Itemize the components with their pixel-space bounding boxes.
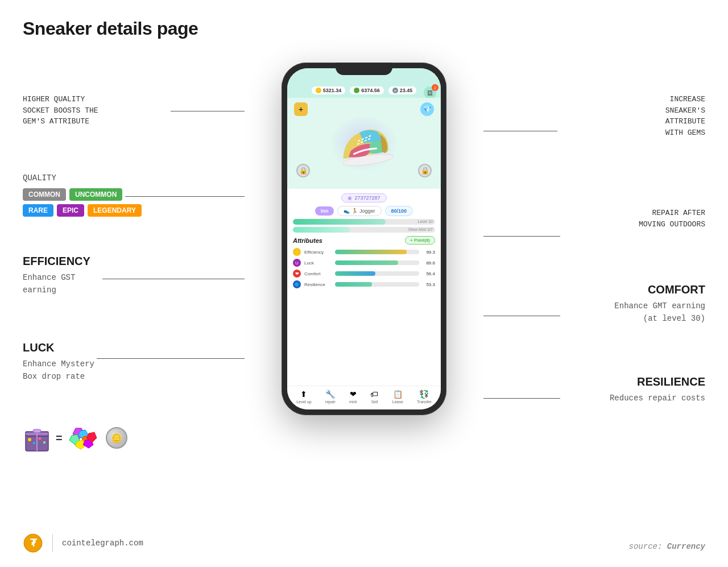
annotation-quality: QUALITY COMMON UNCOMMON RARE EPIC LEGEND… — [23, 173, 148, 217]
mystery-icons-row: = 🪙 — [23, 424, 127, 452]
efficiency-fill — [335, 250, 407, 254]
quality-badges-container: COMMON UNCOMMON RARE EPIC LEGENDARY — [23, 188, 148, 217]
nav-levelup[interactable]: ⬆ Level up — [296, 390, 311, 404]
repair-icon: 🔧 — [325, 390, 335, 399]
annotation-socket-boost: HIGHER QUALITYSOCKET BOOSTS THEGEM'S ATT… — [23, 94, 98, 127]
sneaker-image — [330, 117, 398, 171]
lease-label: Lease — [392, 400, 403, 404]
annotation-comfort: COMFORT Enhance GMT earning(at level 30) — [614, 283, 705, 325]
annotation-increase-attribute: INCREASESNEAKER'SATTRIBUTEWITH GEMS — [665, 94, 705, 138]
resilience-icon: 🔷 — [293, 280, 301, 288]
gems-cluster-icon — [67, 425, 101, 451]
ann-line-resilience — [483, 398, 560, 399]
svg-point-5 — [28, 438, 31, 441]
gem-socket-blue[interactable]: 💎 — [420, 102, 434, 116]
svg-point-8 — [43, 441, 46, 444]
currency-bnb: ≡ 23.45 — [388, 86, 417, 94]
level-label: Level 10 — [418, 219, 433, 225]
gmt-value: 6374.56 — [361, 88, 380, 93]
levelup-label: Level up — [296, 400, 311, 404]
notif-icon: 🖼 — [427, 90, 433, 96]
transfer-label: Transfer — [417, 400, 432, 404]
transfer-icon: 💱 — [419, 390, 429, 399]
type-button[interactable]: Inn — [315, 206, 334, 216]
attributes-title: Attributes — [293, 237, 322, 244]
jogger-button[interactable]: 👟 🏃 Jogger — [337, 206, 381, 216]
type-row: Inn 👟 🏃 Jogger 80/100 — [293, 206, 435, 216]
page-title: Sneaker details page — [23, 18, 198, 39]
gem-socket-yellow[interactable]: + — [294, 102, 308, 116]
points-badge[interactable]: + Point(8) — [405, 236, 435, 245]
notif-badge: 2 — [432, 84, 439, 91]
sell-label: Sell — [371, 400, 378, 404]
nav-lease[interactable]: 📋 Lease — [392, 390, 403, 404]
gst-dot: ⚡ — [316, 88, 321, 93]
currency-gst: ⚡ 5321.34 — [312, 86, 346, 94]
svg-rect-4 — [33, 429, 41, 433]
shoe-mint-bar: Shoe Mint 3/7 — [293, 227, 435, 233]
sell-icon: 🏷 — [370, 390, 378, 399]
phone-outer: ⚡ 5321.34 🌿 6374.56 ≡ 23.45 ‹ 🖼 2 — [282, 63, 446, 415]
sneaker-id-row: ◉ 273727287 — [293, 193, 435, 202]
currency-gmt: 🌿 6374.56 — [350, 86, 384, 94]
phone-info-section: ◉ 273727287 Inn 👟 🏃 Jogger 80/100 — [287, 189, 441, 386]
luck-bar — [335, 260, 419, 265]
resilience-name: Resilience — [304, 282, 332, 287]
annotation-resilience: RESILIENCE Reduces repair costs — [610, 375, 705, 404]
comfort-fill — [335, 271, 375, 276]
repair-label: repair — [325, 400, 336, 404]
coin-icon: 🪙 — [106, 427, 127, 449]
phone-inner: ⚡ 5321.34 🌿 6374.56 ≡ 23.45 ‹ 🖼 2 — [287, 68, 441, 409]
ann-line-socket — [171, 111, 245, 111]
luck-title: LUCK — [23, 341, 94, 354]
efficiency-bar — [335, 250, 419, 254]
shoe-mint-label: Shoe Mint 3/7 — [408, 227, 433, 233]
durability-display: 80/100 — [385, 206, 413, 216]
currency-bar: ⚡ 5321.34 🌿 6374.56 ≡ 23.45 — [287, 84, 441, 98]
attr-row-luck: U Luck 89.6 — [293, 259, 435, 267]
source-label: source: — [629, 542, 663, 551]
mint-label: mint — [349, 400, 357, 404]
footer-domain: cointelegraph.com — [62, 539, 143, 548]
ann-line-comfort — [483, 316, 560, 316]
ann-line-repair — [483, 236, 560, 237]
annotation-repair: REPAIR AFTERMOVING OUTDOORS — [639, 208, 705, 230]
nav-repair[interactable]: 🔧 repair — [325, 390, 336, 404]
badge-rare: RARE — [23, 204, 53, 217]
comfort-bar — [335, 271, 419, 276]
notification-button[interactable]: 🖼 2 — [424, 86, 436, 99]
jogger-label: 🏃 Jogger — [351, 208, 375, 214]
mystery-box-icon — [23, 424, 51, 452]
resilience-desc: Reduces repair costs — [610, 392, 705, 404]
efficiency-desc: Enhance GSTearning — [23, 271, 90, 297]
attributes-header: Attributes + Point(8) — [293, 236, 435, 245]
footer: ₮ cointelegraph.com — [23, 533, 143, 553]
sneaker-display: + 💎 🔒 🔒 — [287, 98, 441, 189]
badge-common: COMMON — [23, 188, 66, 201]
nav-sell[interactable]: 🏷 Sell — [370, 390, 378, 404]
mint-icon: ❤ — [350, 390, 357, 399]
efficiency-name: Efficiency — [304, 250, 332, 255]
source-name: Currency — [667, 542, 705, 551]
badge-epic: EPIC — [57, 204, 84, 217]
nav-mint[interactable]: ❤ mint — [349, 390, 357, 404]
ann-line-quality — [125, 196, 245, 197]
svg-point-7 — [39, 437, 42, 440]
gmt-dot: 🌿 — [354, 88, 359, 93]
quality-label: QUALITY — [23, 173, 148, 183]
badge-legendary: LEGENDARY — [88, 204, 142, 217]
gem-socket-lock-left[interactable]: 🔒 — [296, 164, 310, 177]
efficiency-value: 99.3 — [423, 250, 435, 255]
resilience-value: 53.3 — [423, 282, 435, 287]
luck-desc: Enhance MysteryBox drop rate — [23, 358, 94, 383]
efficiency-title: EFFICIENCY — [23, 255, 90, 268]
level-fill — [293, 219, 386, 225]
ann-line-luck — [97, 358, 245, 359]
sneaker-id: ◉ 273727287 — [341, 193, 386, 202]
gem-socket-lock-right[interactable]: 🔒 — [418, 164, 432, 177]
bnb-dot: ≡ — [392, 88, 398, 93]
phone-notch — [336, 63, 392, 75]
jogger-icon: 👟 — [344, 208, 350, 214]
ann-line-gems — [483, 131, 557, 131]
nav-transfer[interactable]: 💱 Transfer — [417, 390, 432, 404]
